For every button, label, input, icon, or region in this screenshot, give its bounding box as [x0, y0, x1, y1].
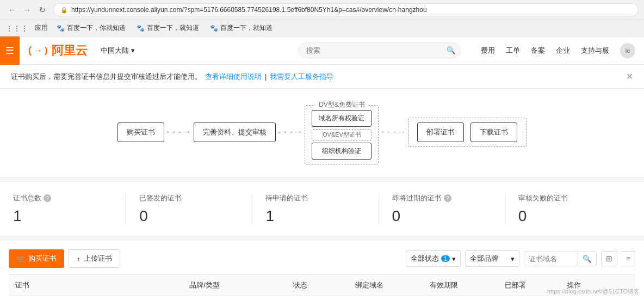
cert-search-button[interactable]: 🔍: [578, 252, 597, 266]
flow-end-group: 部署证书 下载证书: [408, 118, 527, 147]
col-brand: 品牌/类型: [183, 275, 286, 296]
search-input[interactable]: [298, 42, 461, 58]
info-separator: |: [265, 72, 267, 81]
nav-right-items: 费用 工单 备案 企业 支持与服 Ie: [481, 43, 635, 58]
back-button[interactable]: ←: [5, 3, 18, 16]
table-row: Symantec 免费版 SSL 实例: cas-cn-mp9160hnb0z9…: [9, 296, 635, 301]
col-validity: 有效期限: [423, 275, 498, 296]
search-bar: 🔍: [298, 42, 461, 58]
stat-failed-value: 0: [518, 207, 618, 225]
chevron-down-icon-brand: ▾: [511, 255, 515, 263]
nav-cost[interactable]: 费用: [481, 46, 495, 56]
stat-expiring: 即将过期的证书 ? 0: [379, 193, 505, 225]
flow-step1-label: 购买证书: [127, 128, 155, 136]
region-selector[interactable]: 中国大陆 ▾: [96, 44, 139, 58]
nav-buttons: ← → ↻: [5, 3, 49, 16]
stat-issued-value: 0: [139, 207, 239, 225]
nav-enterprise[interactable]: 企业: [556, 46, 570, 56]
logo-area: ( → ) 阿里云: [28, 42, 88, 59]
table-toolbar: 🛒 购买证书 ↑ 上传证书 全部状态 1 ▾ 全部品牌 ▾: [9, 249, 635, 268]
info-link-service[interactable]: 我需要人工服务指导: [270, 72, 333, 82]
bookmark-icon-1: 🐾: [57, 25, 65, 32]
hamburger-button[interactable]: ☰: [0, 36, 20, 65]
stat-failed: 审核失败的证书 0: [505, 193, 631, 225]
cell-validity: 1 年: [423, 296, 498, 301]
bookmark-item-1[interactable]: 🐾 百度一下，你就知道: [54, 22, 128, 34]
close-banner-button[interactable]: ✕: [626, 71, 633, 82]
info-banner: 证书购买后，需要完善证书信息并提交审核通过后才能使用。 查看详细使用说明 | 我…: [0, 65, 644, 89]
cell-status: 已付款: [287, 296, 349, 301]
stat-issued-label: 已签发的证书: [139, 193, 239, 203]
bookmark-item-2[interactable]: 🐾 百度一下，就知道: [134, 22, 201, 34]
flow-ov-label: OV&EV型证书: [312, 129, 371, 140]
info-link-detail[interactable]: 查看详细使用说明: [205, 72, 262, 82]
main-content: 证书购买后，需要完善证书信息并提交审核通过后才能使用。 查看详细使用说明 | 我…: [0, 65, 644, 300]
col-status: 状态: [287, 275, 349, 296]
bookmark-item-3[interactable]: 🐾 百度一下，就知道: [208, 22, 275, 34]
forward-button[interactable]: →: [21, 3, 34, 16]
buy-cert-button[interactable]: 🛒 购买证书: [9, 249, 64, 268]
flow-dv-label: DV型&免费证书: [315, 100, 368, 109]
cell-cert-name: Symantec 免费版 SSL 实例: cas-cn-mp9160hnb0z9: [9, 296, 183, 301]
flow-deploy: 部署证书: [417, 123, 464, 142]
lock-icon: 🔒: [60, 7, 68, 14]
flow-sub-step1-label: 域名所有权验证: [319, 114, 364, 122]
flow-download: 下载证书: [470, 123, 517, 142]
cart-icon: 🛒: [16, 255, 25, 263]
cell-deployed: --: [498, 296, 560, 301]
address-bar[interactable]: 🔒 https://yundunnext.console.aliyun.com/…: [53, 3, 639, 16]
brand-filter-label: 全部品牌: [470, 254, 498, 264]
logo-bracket-right: ): [45, 46, 47, 56]
refresh-button[interactable]: ↻: [36, 3, 49, 16]
flow-diagram: 购买证书 - - -→ 完善资料、提交审核 - - -→ DV型&免费证书 域名…: [0, 89, 644, 178]
cell-action: 申请: [560, 296, 635, 301]
info-banner-text: 证书购买后，需要完善证书信息并提交审核通过后才能使用。 查看详细使用说明 | 我…: [11, 72, 333, 82]
toolbar-left: 🛒 购买证书 ↑ 上传证书: [9, 249, 120, 268]
flow-sub-step2: 组织机构验证: [312, 143, 371, 160]
flow-deploy-label: 部署证书: [426, 128, 455, 136]
list-view-button[interactable]: ≡: [622, 251, 635, 266]
status-filter[interactable]: 全部状态 1 ▾: [406, 250, 461, 267]
flow-download-label: 下载证书: [480, 128, 508, 136]
stat-total: 证书总数 ? 1: [13, 193, 126, 225]
avatar[interactable]: Ie: [620, 43, 635, 58]
bookmark-icon-2: 🐾: [137, 25, 145, 32]
buy-cert-label: 购买证书: [28, 254, 57, 264]
flow-step1: 购买证书: [117, 123, 164, 142]
flow-step2-label: 完善资料、提交审核: [203, 128, 267, 136]
stat-failed-text: 审核失败的证书: [518, 193, 568, 203]
cell-domain: --: [349, 296, 424, 301]
upload-cert-button[interactable]: ↑ 上传证书: [69, 249, 120, 268]
cell-brand: ✔ Symantec. 免费版 SSL: [183, 296, 286, 301]
stat-issued: 已签发的证书 0: [126, 193, 252, 225]
upload-icon: ↑: [77, 255, 81, 263]
brand-filter[interactable]: 全部品牌 ▾: [465, 250, 519, 267]
flow-arrow-2: - - -→: [276, 126, 305, 138]
stats-area: 证书总数 ? 1 已签发的证书 0 待申请的证书 1 即将过期的证书 ? 0: [0, 182, 644, 236]
stat-expiring-info[interactable]: ?: [444, 194, 451, 202]
flow-arrow-3: - - -→: [379, 126, 408, 138]
toolbar-right: 全部状态 1 ▾ 全部品牌 ▾ 🔍 ⊞ ≡: [406, 250, 635, 267]
stat-total-info[interactable]: ?: [44, 194, 51, 202]
status-filter-badge: 1: [441, 255, 450, 262]
flow-arrow-1: - - -→: [164, 126, 194, 138]
logo: ( → ) 阿里云: [28, 42, 88, 59]
upload-cert-label: 上传证书: [84, 254, 112, 264]
cert-search-group: 🔍: [524, 252, 597, 266]
chevron-down-icon: ▾: [452, 255, 456, 263]
nav-record[interactable]: 备案: [531, 46, 545, 56]
stat-pending-label: 待申请的证书: [265, 193, 365, 203]
logo-bracket-left: (: [28, 45, 32, 56]
nav-support[interactable]: 支持与服: [581, 46, 609, 56]
cert-search-input[interactable]: [524, 252, 578, 266]
apps-label: 应用: [35, 23, 48, 33]
bookmarks-bar: ⋮⋮⋮ 应用 🐾 百度一下，你就知道 🐾 百度一下，就知道 🐾 百度一下，就知道: [0, 20, 644, 36]
grid-view-button[interactable]: ⊞: [601, 251, 617, 266]
apps-grid-icon[interactable]: ⋮⋮⋮: [5, 24, 28, 33]
watermark-text: https://blog.csdn.net/@51CTO博客: [547, 288, 640, 295]
logo-text-label: 阿里云: [52, 42, 88, 59]
search-button[interactable]: 🔍: [447, 46, 456, 54]
stat-expiring-value: 0: [392, 207, 492, 225]
stat-pending: 待申请的证书 1: [252, 193, 379, 225]
nav-ticket[interactable]: 工单: [506, 46, 520, 56]
